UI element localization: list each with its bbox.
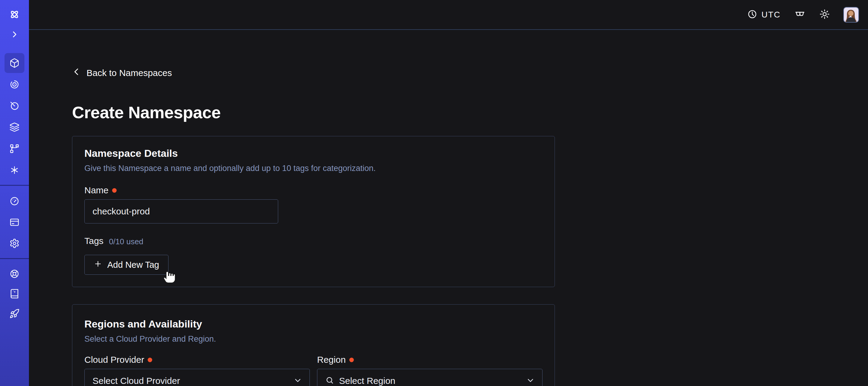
sidebar-item-usage-gauge[interactable] bbox=[4, 191, 24, 211]
sidebar-item-getting-started-rocket[interactable] bbox=[4, 304, 24, 324]
chevron-down-icon bbox=[526, 376, 535, 386]
sidebar-item-support-lifebuoy[interactable] bbox=[4, 264, 24, 284]
sidebar-item-billing-card[interactable] bbox=[4, 212, 24, 232]
namespace-details-subtitle: Give this Namespace a name and optionall… bbox=[84, 163, 542, 173]
back-to-namespaces-link[interactable]: Back to Namespaces bbox=[72, 67, 172, 79]
add-new-tag-button[interactable]: Add New Tag bbox=[84, 255, 168, 275]
chevron-down-icon bbox=[293, 376, 302, 386]
cloud-provider-placeholder: Select Cloud Provider bbox=[93, 376, 180, 386]
regions-availability-card: Regions and Availability Select a Cloud … bbox=[72, 304, 555, 386]
plus-icon bbox=[94, 260, 102, 270]
chevron-right-icon[interactable] bbox=[8, 28, 21, 41]
back-link-label: Back to Namespaces bbox=[87, 68, 172, 78]
search-icon bbox=[325, 376, 334, 386]
region-label: Region bbox=[317, 354, 346, 365]
cloud-provider-label: Cloud Provider bbox=[84, 354, 144, 365]
sun-icon bbox=[819, 9, 830, 21]
tags-counter: 0/10 used bbox=[109, 237, 143, 246]
required-dot bbox=[148, 358, 152, 362]
regions-subtitle: Select a Cloud Provider and Region. bbox=[84, 334, 542, 344]
sidebar bbox=[0, 0, 29, 386]
sidebar-item-nexus-asterisk[interactable] bbox=[4, 160, 24, 180]
name-label: Name bbox=[84, 185, 108, 196]
topbar: UTC bbox=[29, 0, 868, 30]
theme-toggle-button[interactable] bbox=[819, 9, 830, 21]
sidebar-item-namespaces-cube[interactable] bbox=[4, 53, 24, 73]
sidebar-item-batch-pipeline[interactable] bbox=[4, 139, 24, 159]
glasses-icon bbox=[794, 9, 806, 20]
sidebar-group-3 bbox=[4, 264, 24, 324]
add-new-tag-label: Add New Tag bbox=[107, 260, 159, 270]
labs-toggle-button[interactable] bbox=[794, 9, 806, 20]
user-avatar[interactable] bbox=[843, 7, 859, 23]
page-title: Create Namespace bbox=[72, 102, 868, 122]
sidebar-divider bbox=[0, 258, 29, 259]
clock-icon bbox=[747, 9, 757, 20]
main-content: Back to Namespaces Create Namespace Name… bbox=[29, 30, 868, 386]
timezone-label: UTC bbox=[761, 10, 781, 20]
required-dot bbox=[112, 188, 117, 193]
required-dot bbox=[349, 358, 354, 362]
cloud-provider-field: Cloud Provider Select Cloud Provider bbox=[84, 344, 310, 386]
timezone-selector[interactable]: UTC bbox=[747, 9, 781, 20]
regions-title: Regions and Availability bbox=[84, 318, 542, 330]
sidebar-divider bbox=[0, 185, 29, 186]
cloud-provider-select[interactable]: Select Cloud Provider bbox=[84, 369, 310, 386]
sidebar-item-settings-gear[interactable] bbox=[4, 233, 24, 253]
region-field: Region Select Region bbox=[317, 344, 542, 386]
chevron-left-icon bbox=[72, 67, 81, 79]
tags-label: Tags bbox=[84, 236, 103, 246]
namespace-details-title: Namespace Details bbox=[84, 147, 542, 159]
region-placeholder: Select Region bbox=[339, 376, 396, 386]
sidebar-item-schedules-timer[interactable] bbox=[4, 96, 24, 116]
sidebar-group-2 bbox=[4, 191, 24, 253]
temporal-logo-icon[interactable] bbox=[8, 8, 21, 21]
region-select[interactable]: Select Region bbox=[317, 369, 542, 386]
sidebar-item-deployments-layers[interactable] bbox=[4, 117, 24, 137]
app-root: { "header": { "timezone": "UTC" }, "side… bbox=[0, 0, 868, 386]
sidebar-group-1 bbox=[4, 53, 24, 180]
namespace-details-card: Namespace Details Give this Namespace a … bbox=[72, 136, 555, 287]
sidebar-item-docs-book[interactable] bbox=[4, 284, 24, 304]
namespace-name-input[interactable] bbox=[84, 199, 278, 224]
sidebar-item-workflows-target[interactable] bbox=[4, 75, 24, 94]
right-column: UTC Back to Namespaces bbox=[29, 0, 868, 386]
avatar-image bbox=[844, 7, 858, 22]
